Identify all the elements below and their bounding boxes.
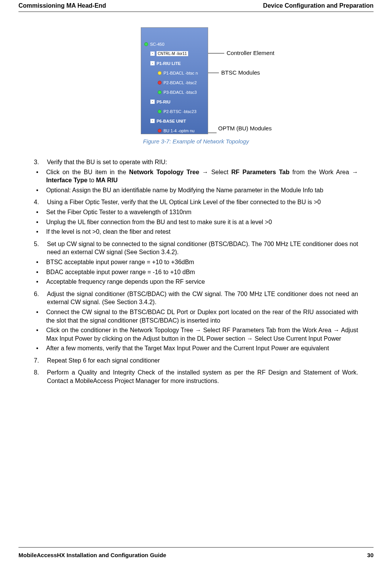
tree-label: P1-RIU LITE: [157, 61, 181, 66]
status-dot-green-icon: [158, 110, 162, 113]
tree-collapse-icon: -: [150, 52, 155, 56]
tree-node-bdacl2: P2-BDACL -btsc2: [141, 78, 208, 87]
step-text: Perform a Quality and Integrity Check of…: [47, 368, 358, 385]
bullet-text: Connect the CW signal to the BTSC/BDAC D…: [46, 308, 358, 325]
arrow-icon: [247, 335, 253, 342]
tree-label: P5-RIU: [157, 100, 170, 104]
bullet-icon: •: [34, 186, 46, 195]
bullet-text: After a few moments, verify that the Tar…: [46, 344, 358, 353]
bullet-text: BDAC acceptable input power range = -16 …: [46, 268, 358, 276]
bullet-text: Set the Fiber Optic Tester to a waveleng…: [46, 208, 358, 216]
tree-label: P1-BDACL -btsc n: [163, 71, 198, 75]
bullet-icon: •: [34, 208, 46, 216]
tree-label: P6-BASE UNIT: [157, 119, 186, 123]
step-text: Verify that the BU is set to operate wit…: [47, 158, 358, 166]
step-text: Using a Fiber Optic Tester, verify that …: [47, 198, 358, 206]
step-text: Adjust the signal conditioner (BTSC/BDAC…: [47, 290, 358, 306]
page-footer: MobileAccessHX Installation and Configur…: [18, 552, 374, 558]
bullet-text: Click on the BU item in the Network Topo…: [46, 168, 358, 185]
arrow-icon: [352, 169, 358, 175]
header-left: Commissioning MA Head-End: [18, 2, 106, 9]
figure-caption: Figure 3-7: Example of Network Topology: [34, 138, 358, 145]
tree-node-p6base: - P6-BASE UNIT: [141, 116, 208, 126]
tree-node-bu14: BU 1-4 -optm nu: [141, 126, 208, 135]
status-dot-green-icon: [144, 42, 148, 46]
bullet-text: Acceptable frequency range depends upon …: [46, 278, 358, 286]
bullet-icon: •: [34, 258, 46, 266]
page-number: 30: [367, 552, 374, 558]
status-dot-yellow-icon: [158, 71, 162, 75]
tree-node-p2btsc: P2-BTSC -btsc23: [141, 107, 208, 116]
tree-root-sc450: SC-450: [141, 39, 208, 49]
arrow-icon: [202, 169, 208, 175]
arrow-icon: [195, 327, 201, 333]
status-dot-red-icon: [158, 81, 162, 85]
label-optm-modules: OPTM (BU) Modules: [218, 125, 272, 132]
tree-node-bdacl1: P1-BDACL -btsc n: [141, 68, 208, 78]
tree-node-riu-lite: - P1-RIU LITE: [141, 58, 208, 68]
bullet-icon: •: [34, 308, 46, 325]
leader-line: [208, 73, 219, 73]
step-text: Repeat Step 6 for each signal conditione…: [47, 356, 358, 365]
bullet-icon: •: [34, 344, 46, 353]
controller-chip: CNTRL-M -lior11: [157, 51, 188, 56]
header-right: Device Configuration and Preparation: [263, 2, 374, 9]
step-number: 5.: [34, 240, 47, 256]
bullet-icon: •: [34, 228, 46, 236]
leader-line: [208, 53, 224, 53]
tree-node-p5riu: - P5-RIU: [141, 97, 208, 107]
footer-rule: [18, 547, 374, 548]
bullet-text: Click on the conditioner in the Network …: [46, 326, 358, 343]
step-number: 8.: [34, 368, 47, 385]
tree-label: P2-BDACL -btsc2: [163, 80, 197, 85]
topology-tree-screenshot: SC-450 - CNTRL-M -lior11 - P1-RIU LITE P…: [141, 27, 208, 134]
tree-label: P2-BTSC -btsc23: [163, 109, 197, 114]
tree-collapse-icon: -: [150, 119, 155, 123]
tree-node-bdacl3: P3-BDACL -btsc3: [141, 87, 208, 97]
bullet-icon: •: [34, 326, 46, 343]
figure-3-7: SC-450 - CNTRL-M -lior11 - P1-RIU LITE P…: [34, 27, 358, 158]
bullet-text: Unplug the UL fiber connection from the …: [46, 218, 358, 226]
bullet-text: BTSC acceptable input power range = +10 …: [46, 258, 358, 266]
tree-collapse-icon: -: [150, 100, 155, 104]
label-btsc-modules: BTSC Modules: [221, 69, 260, 76]
step-number: 6.: [34, 290, 47, 306]
header-rule: [18, 12, 374, 12]
bullet-icon: •: [34, 218, 46, 226]
step-text: Set up CW signal to be connected to the …: [47, 240, 358, 256]
tree-node-controller: - CNTRL-M -lior11: [141, 49, 208, 58]
label-controller-element: Controller Element: [227, 50, 274, 56]
tree-label: BU 1-4 -optm nu: [163, 128, 195, 133]
tree-collapse-icon: -: [150, 61, 155, 65]
footer-title: MobileAccessHX Installation and Configur…: [18, 552, 166, 558]
page-header: Commissioning MA Head-End Device Configu…: [0, 0, 392, 11]
bullet-text: Optional: Assign the BU an identifiable …: [46, 186, 358, 195]
instruction-list: 3. Verify that the BU is set to operate …: [34, 158, 358, 385]
step-number: 3.: [34, 158, 47, 166]
tree-label: SC-450: [150, 42, 164, 47]
arrow-icon: [333, 327, 339, 333]
bullet-text: If the level is not >0, clean the fiber …: [46, 228, 358, 236]
tree-label: P3-BDACL -btsc3: [163, 90, 197, 95]
step-number: 7.: [34, 356, 47, 365]
page-content: SC-450 - CNTRL-M -lior11 - P1-RIU LITE P…: [0, 27, 392, 385]
step-number: 4.: [34, 198, 47, 206]
bullet-icon: •: [34, 278, 46, 286]
bullet-icon: •: [34, 268, 46, 276]
status-dot-red-icon: [158, 129, 162, 133]
status-dot-green-icon: [158, 90, 162, 94]
bullet-icon: •: [34, 168, 46, 185]
leader-line: [208, 133, 217, 133]
